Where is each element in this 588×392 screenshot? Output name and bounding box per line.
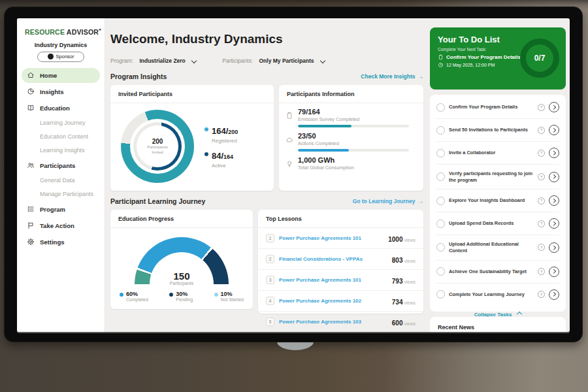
task-label: Verify participants requesting to join t…	[449, 171, 534, 183]
task-checkbox[interactable]	[436, 220, 445, 228]
sidebar: RESOURCE ADVISOR+ Industry Dynamics Spon…	[17, 18, 105, 332]
task-row: Confirm Your Program Details ?	[436, 96, 559, 119]
task-checkbox[interactable]	[436, 267, 445, 276]
participants-filter-label: Participants:	[222, 57, 253, 64]
sidebar-item-general-data[interactable]: General Data	[22, 174, 100, 187]
chevron-down-icon	[320, 58, 325, 63]
sidebar-item-education[interactable]: Education	[22, 101, 100, 116]
education-gauge-chart: 150 Participants	[135, 237, 229, 284]
sidebar-item-education-content[interactable]: Education Content	[22, 131, 100, 143]
card-title: Participants Information	[279, 85, 423, 103]
lesson-row: 4 Power Purchase Agreements 102 734views	[258, 291, 423, 312]
views-suffix: views	[404, 321, 416, 326]
chevron-right-icon	[551, 292, 555, 296]
sidebar-item-participants[interactable]: Participants	[22, 158, 100, 173]
views-suffix: views	[404, 259, 416, 263]
invited-legend: 164/200 Registered 84/164 Active	[204, 119, 238, 174]
task-label: Send 50 Invitations to Participants	[449, 127, 534, 133]
donut-center-label: Participants	[147, 145, 167, 150]
sidebar-item-program[interactable]: Program	[22, 202, 100, 217]
sidebar-item-take-action[interactable]: Take Action	[22, 218, 100, 233]
task-label: Upload Spend Data Records	[449, 220, 534, 227]
sidebar-item-label: Learning Journey	[40, 120, 86, 126]
sidebar-item-settings[interactable]: Settings	[22, 235, 100, 250]
sidebar-item-manage-participants[interactable]: Manage Participants	[22, 188, 100, 201]
task-open-button[interactable]	[549, 218, 559, 229]
sidebar-item-home[interactable]: Home	[22, 68, 100, 83]
sponsor-icon	[48, 54, 54, 59]
task-checkbox[interactable]	[436, 149, 445, 157]
sponsor-badge[interactable]: Sponsor	[37, 52, 84, 62]
gear-icon	[27, 238, 35, 246]
task-checkbox[interactable]	[436, 197, 445, 205]
card-title: Top Lessons	[258, 210, 423, 228]
chevron-right-icon	[551, 174, 555, 178]
todo-next-task-label: Confirm Your Program Details	[446, 54, 521, 60]
task-checkbox[interactable]	[436, 126, 445, 135]
chevron-right-icon	[551, 151, 555, 155]
sidebar-item-learning-journey[interactable]: Learning Journey	[22, 117, 100, 129]
help-icon[interactable]: ?	[538, 173, 545, 180]
chevron-right-icon	[551, 221, 555, 225]
help-icon[interactable]: ?	[538, 197, 545, 204]
task-label: Confirm Your Program Details	[449, 104, 534, 110]
sidebar-item-label: Education Content	[40, 133, 88, 140]
check-more-insights-link[interactable]: Check More Insights →	[361, 73, 423, 80]
task-open-button[interactable]	[549, 148, 559, 158]
task-open-button[interactable]	[549, 195, 559, 206]
right-panel: Your To Do List Complete Your Next Task:…	[430, 18, 570, 332]
lesson-row: 1 Power Purchase Agreements 101 1000view…	[258, 228, 423, 249]
home-icon	[27, 71, 35, 79]
insights-cards-row: Invited Participants 200 Participants In…	[110, 85, 423, 191]
sidebar-item-learning-insights[interactable]: Learning Insights	[22, 144, 100, 157]
task-open-button[interactable]	[549, 172, 559, 182]
task-open-button[interactable]	[549, 242, 559, 253]
task-checkbox[interactable]	[436, 103, 445, 112]
task-open-button[interactable]	[549, 267, 559, 277]
task-open-button[interactable]	[549, 125, 559, 135]
clock-icon	[438, 62, 444, 68]
lesson-link[interactable]: Power Purchase Agreements 103	[279, 319, 387, 325]
sidebar-item-insights[interactable]: Insights	[22, 84, 100, 99]
sidebar-item-label: General Data	[40, 177, 75, 184]
task-checkbox[interactable]	[436, 243, 445, 252]
help-icon[interactable]: ?	[538, 150, 545, 157]
stat-value: 1,000 GWh	[298, 156, 354, 164]
donut-gap: 200 Participants Invited	[130, 119, 185, 174]
help-icon[interactable]: ?	[538, 127, 545, 134]
section-title: Participant Learning Journey	[110, 197, 205, 205]
legend-item-active: 84/164 Active	[204, 150, 238, 169]
lesson-link[interactable]: Financial Considerations - VPPAs	[279, 256, 387, 262]
participants-filter[interactable]: Participants: Only My Participants	[222, 54, 325, 65]
help-icon[interactable]: ?	[538, 291, 545, 298]
lesson-link[interactable]: Power Purchase Agreements 101	[279, 277, 387, 283]
clipboard-icon	[286, 112, 293, 120]
task-open-button[interactable]	[549, 289, 559, 300]
sidebar-item-label: Take Action	[40, 222, 74, 229]
lesson-views: 1000	[388, 236, 402, 243]
help-icon[interactable]: ?	[538, 104, 545, 111]
lesson-link[interactable]: Power Purchase Agreements 101	[279, 235, 384, 241]
lesson-link[interactable]: Power Purchase Agreements 102	[279, 298, 387, 304]
legend-dot	[204, 127, 208, 131]
legend-total: 164	[223, 154, 233, 160]
task-checkbox[interactable]	[436, 290, 445, 299]
chevron-right-icon	[551, 105, 555, 109]
section-title: Program Insights	[110, 73, 167, 80]
go-to-learning-journey-link[interactable]: Go to Learning Journey →	[353, 198, 423, 204]
lesson-rank: 1	[266, 234, 274, 242]
lesson-views: 803	[392, 257, 403, 264]
task-open-button[interactable]	[549, 102, 559, 112]
stat-label: Total Global Consumption	[298, 165, 354, 171]
program-filter[interactable]: Program: Industrialize Zero	[110, 54, 196, 65]
help-icon[interactable]: ?	[538, 220, 545, 227]
task-checkbox[interactable]	[436, 172, 445, 181]
help-icon[interactable]: ?	[538, 268, 545, 275]
task-row: Invite a Collaborator ?	[436, 142, 559, 165]
legend-label: Active	[212, 163, 233, 169]
book-icon	[27, 104, 35, 112]
help-icon[interactable]: ?	[538, 244, 545, 251]
people-icon	[27, 161, 35, 169]
sidebar-item-label: Learning Insights	[40, 147, 85, 154]
legend-label: Completed	[126, 297, 148, 302]
